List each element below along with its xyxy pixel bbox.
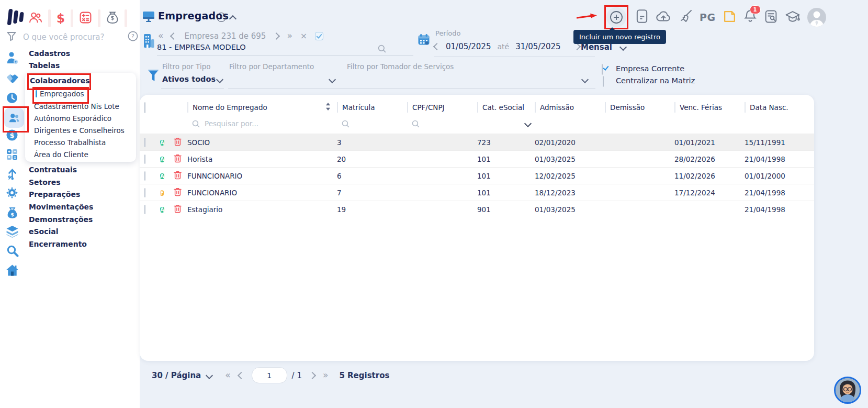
sidebar-item-empregados[interactable]: Empregados	[36, 90, 84, 98]
cpf-search-input[interactable]	[407, 120, 477, 128]
name-search-input[interactable]	[204, 119, 300, 128]
prev-page-button[interactable]	[238, 371, 245, 379]
page-size-chevron-icon[interactable]	[206, 371, 213, 379]
delete-row-icon[interactable]	[174, 190, 182, 198]
info-icon[interactable]: i	[217, 13, 226, 22]
rail-search-icon[interactable]	[6, 245, 19, 259]
column-header-data-nasc[interactable]: Data Nasc.	[745, 102, 814, 113]
current-page-input[interactable]	[252, 367, 287, 383]
sidebar-item-area-do-cliente[interactable]: Área do Cliente	[34, 150, 88, 159]
module-moneybag-icon[interactable]	[106, 10, 119, 27]
collapse-chevron-icon[interactable]	[229, 15, 236, 23]
audit-log-icon[interactable]	[764, 9, 778, 26]
prev-company-button[interactable]	[170, 32, 177, 39]
delete-row-icon[interactable]	[174, 139, 182, 148]
module-payroll-icon[interactable]: $	[57, 12, 65, 25]
prev-period-button[interactable]	[433, 43, 441, 50]
matricula-search-input[interactable]	[337, 120, 407, 128]
filter-departamento-chevron-icon[interactable]	[329, 76, 336, 83]
sidebar-item-esocial[interactable]: eSocial	[29, 227, 59, 236]
column-header-matricula[interactable]: Matrícula	[337, 102, 407, 113]
rail-collaborators-icon[interactable]	[4, 108, 24, 128]
company-name-field[interactable]: 81 - EMPRESA MODELO	[157, 43, 246, 51]
report-icon[interactable]	[635, 9, 649, 26]
table-row[interactable]: F FUNCIONARIO 7 101 18/12/2023 17/12/202…	[140, 184, 814, 201]
sidebar-item-contratuais[interactable]: Contratuais	[29, 166, 77, 174]
note-icon[interactable]	[723, 9, 737, 26]
sort-icon[interactable]	[325, 103, 331, 112]
next-company-button[interactable]	[273, 32, 280, 39]
new-record-button[interactable]	[606, 7, 626, 27]
delete-row-icon[interactable]	[174, 156, 182, 164]
assistant-avatar[interactable]	[834, 377, 861, 404]
sidebar-item-cadastros[interactable]: Cadastros	[29, 49, 70, 58]
rail-dollar-icon[interactable]: $	[6, 129, 18, 143]
row-checkbox[interactable]	[144, 138, 145, 147]
company-nav-checkbox[interactable]	[315, 32, 323, 40]
row-checkbox[interactable]	[144, 188, 145, 197]
column-header-venc-ferias[interactable]: Venc. Férias	[674, 102, 745, 113]
rail-trend-icon[interactable]	[7, 168, 18, 182]
sidebar-item-colaboradores[interactable]: Colaboradores	[30, 76, 90, 85]
last-page-button[interactable]: »	[323, 371, 328, 380]
sidebar-item-demonstracoes[interactable]: Demonstrações	[29, 215, 93, 224]
user-avatar[interactable]	[807, 8, 826, 27]
sidebar-item-cadastramento-nis-lote[interactable]: Cadastramento Nis Lote	[34, 102, 119, 111]
select-all-checkbox[interactable]	[144, 102, 145, 113]
table-row[interactable]: A Estagiario 19 901 01/03/2025 21/04/199…	[140, 201, 814, 217]
sidebar-item-tabelas[interactable]: Tabelas	[29, 61, 60, 70]
column-header-demissao[interactable]: Demissão	[605, 102, 674, 113]
rail-handshake-icon[interactable]	[6, 73, 19, 86]
broom-icon[interactable]	[678, 9, 693, 25]
sidebar-item-preparacoes[interactable]: Preparações	[29, 190, 80, 199]
filter-funnel-icon[interactable]	[6, 31, 17, 43]
cat-esocial-filter-select[interactable]	[477, 121, 535, 126]
rail-calculator-icon[interactable]	[6, 149, 18, 162]
page-size-select[interactable]: 30 / Página	[152, 371, 201, 380]
notifications-button[interactable]: 1	[743, 9, 757, 26]
column-header-nome[interactable]: Nome do Empregado	[187, 102, 337, 113]
rail-home-icon[interactable]	[6, 264, 19, 279]
period-start-date[interactable]: 01/05/2025	[446, 42, 491, 51]
delete-row-icon[interactable]	[174, 173, 182, 181]
next-period-button[interactable]	[573, 43, 581, 50]
column-header-cat-esocial[interactable]: Cat. eSocial	[477, 102, 535, 113]
sidebar-item-dirigentes-conselheiros[interactable]: Dirigentes e Conselheiros	[34, 126, 125, 135]
filter-tipo-chevron-icon[interactable]	[216, 76, 223, 83]
rail-person-gear-icon[interactable]	[6, 51, 19, 67]
first-company-button[interactable]: «	[158, 31, 163, 40]
table-row[interactable]: A FUNNCIONARIO 6 101 12/02/2025 11/02/20…	[140, 167, 814, 184]
sidebar-item-encerramento[interactable]: Encerramento	[29, 240, 87, 248]
row-checkbox[interactable]	[144, 155, 145, 164]
table-row[interactable]: A Horista 20 101 01/03/2025 28/02/2026 2…	[140, 150, 814, 167]
delete-row-icon[interactable]	[174, 206, 182, 215]
centralizar-matriz-checkbox[interactable]	[603, 76, 604, 87]
help-icon[interactable]: ?	[128, 31, 138, 43]
sidebar-item-processo-trabalhista[interactable]: Processo Trabalhista	[34, 138, 106, 147]
filter-tipo-value[interactable]: Ativos todos	[162, 75, 216, 83]
first-page-button[interactable]: «	[225, 371, 230, 380]
column-header-admissao[interactable]: Admissão	[535, 102, 605, 113]
filter-tomador-chevron-icon[interactable]	[581, 76, 589, 83]
rail-layers-icon[interactable]	[6, 226, 19, 240]
company-search-icon[interactable]	[378, 45, 386, 55]
sidebar-item-setores[interactable]: Setores	[29, 178, 61, 186]
training-icon[interactable]	[785, 9, 801, 26]
module-calculator-icon[interactable]	[79, 11, 92, 26]
column-header-cpf-cnpj[interactable]: CPF/CNPJ	[407, 102, 477, 113]
sidebar-item-autonomo-esporadico[interactable]: Autônomo Esporádico	[34, 114, 111, 123]
next-page-button[interactable]	[309, 371, 316, 379]
rail-moneybag-icon[interactable]: $	[6, 206, 18, 222]
period-mode-chevron-icon[interactable]	[619, 43, 627, 51]
app-logo[interactable]	[5, 8, 24, 28]
last-company-button[interactable]: »	[287, 31, 292, 40]
module-people-icon[interactable]	[28, 10, 42, 26]
pg-button[interactable]: PG	[700, 12, 716, 23]
sidebar-item-movimentacoes[interactable]: Movimentações	[29, 203, 93, 211]
global-search-input[interactable]	[22, 32, 108, 42]
row-checkbox[interactable]	[144, 205, 145, 214]
period-end-date[interactable]: 31/05/2025	[515, 42, 560, 51]
rail-gear-icon[interactable]	[6, 186, 18, 201]
clear-company-icon[interactable]: ×	[300, 31, 307, 41]
table-row[interactable]: A SOCIO 3 723 02/01/2020 01/01/2021 15/1…	[140, 134, 814, 150]
